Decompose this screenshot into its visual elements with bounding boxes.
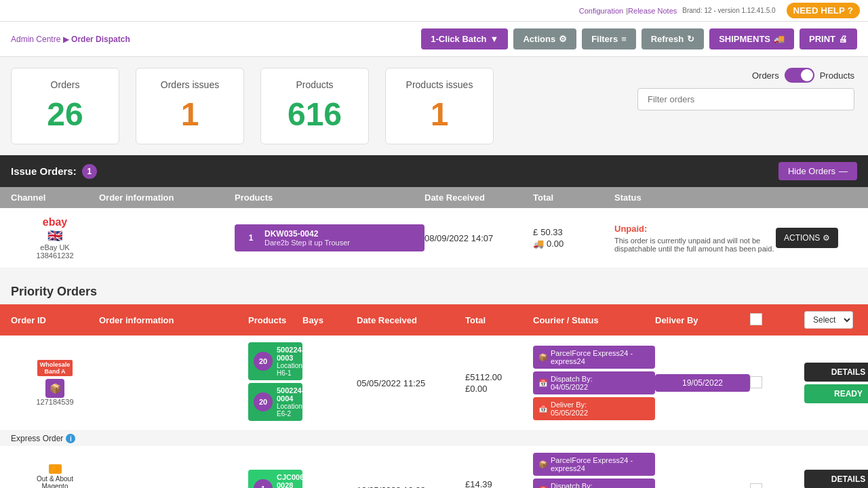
p-check-1 xyxy=(750,376,804,390)
deliver-label-1: Deliver By: xyxy=(551,401,588,409)
print-button[interactable]: PRINT 🖨 xyxy=(800,28,857,49)
actions-button[interactable]: Actions ⚙ xyxy=(513,28,576,49)
breadcrumb-current: Order Dispatch xyxy=(71,35,130,44)
filters-label: Filters xyxy=(591,34,618,44)
orders-issues-stat-card[interactable]: Orders issues 1 xyxy=(136,68,244,144)
p-total-2: £14.39 £0.00 xyxy=(465,479,533,488)
row-checkbox-1[interactable] xyxy=(750,376,762,388)
filters-button[interactable]: Filters ≡ xyxy=(582,28,636,49)
row-checkbox-2[interactable] xyxy=(750,483,762,489)
courier-name-1: ParcelForce Express24 - express24 xyxy=(551,349,650,365)
orders-label: Orders xyxy=(28,79,102,90)
truck-icon2: 🚚 xyxy=(533,239,544,249)
shipments-button[interactable]: SHIPMENTS 🚚 xyxy=(709,28,794,49)
total-amount-2: £14.39 xyxy=(465,479,533,488)
status-title: Unpaid: xyxy=(614,224,776,234)
product-name: Dare2b Step it up Trouser xyxy=(264,239,350,247)
select-dropdown[interactable]: Select xyxy=(804,311,853,329)
products-issues-stat-card[interactable]: Products issues 1 xyxy=(385,68,494,144)
courier-icon-1: 📦 xyxy=(538,353,548,362)
p-col-deliver-by: Deliver By xyxy=(655,315,750,325)
wholesale-logo: WholesaleBand A xyxy=(37,360,73,376)
col-actions xyxy=(776,192,857,203)
hide-orders-label: Hide Orders xyxy=(788,166,835,176)
status-msg: This order is currently unpaid and will … xyxy=(614,237,776,253)
priority-row-1: WholesaleBand A 📦 127184539 20 500224-00… xyxy=(0,336,868,431)
orders-products-toggle[interactable] xyxy=(785,68,814,83)
product-qty: 1 xyxy=(241,228,260,247)
actions-label2: ACTIONS xyxy=(784,233,820,243)
row-actions: ACTIONS ⚙ xyxy=(776,228,857,248)
breadcrumb-separator: ▶ xyxy=(63,35,71,44)
orders-stat-card[interactable]: Orders 26 xyxy=(11,68,119,144)
issue-orders-header: Issue Orders: 1 Hide Orders — xyxy=(0,155,868,187)
1click-batch-button[interactable]: 1-Click Batch ▼ xyxy=(421,28,508,49)
select-all-checkbox[interactable] xyxy=(750,313,762,325)
dispatch-badge-2: 📅 Dispatch By: 09/05/2022 xyxy=(533,479,655,488)
p-col-products: Products xyxy=(248,315,302,325)
ready-button-1[interactable]: READY xyxy=(804,384,868,403)
priority-orders-section: Priority Orders Order ID Order informati… xyxy=(0,279,868,488)
col-date: Date Received xyxy=(425,192,533,203)
details-button-2[interactable]: DETAILS xyxy=(804,470,868,488)
p-col-order-info: Order information xyxy=(99,315,248,325)
calendar-icon-2: 📅 xyxy=(538,486,548,489)
gear-icon2: ⚙ xyxy=(823,233,830,243)
toolbar: Admin Centre ▶ Order Dispatch 1-Click Ba… xyxy=(0,22,868,57)
product-info: 1 DKW035-0042 Dare2b Step it up Trouser xyxy=(235,224,425,251)
channel-id: 138461232 xyxy=(36,251,73,260)
issue-orders-title: Issue Orders: 1 xyxy=(11,164,97,179)
breadcrumb-home[interactable]: Admin Centre xyxy=(11,35,60,44)
priority-orders-title: Priority Orders xyxy=(0,279,868,304)
deliver-date-1: 05/05/2022 xyxy=(551,409,588,417)
issue-orders-section: Issue Orders: 1 Hide Orders — Channel Or… xyxy=(0,155,868,268)
release-notes-link[interactable]: Release Notes xyxy=(628,7,677,15)
config-link[interactable]: Configuration xyxy=(579,7,623,15)
date-value: 08/09/2022 14:07 xyxy=(425,233,533,243)
filter-orders-input[interactable] xyxy=(637,88,854,110)
refresh-button[interactable]: Refresh ↻ xyxy=(642,28,704,49)
products-issues-value: 1 xyxy=(402,96,477,133)
details-button-1[interactable]: DETAILS xyxy=(804,363,868,382)
hide-orders-button[interactable]: Hide Orders — xyxy=(778,162,857,180)
issue-order-row: ebay 🇬🇧 eBay UK 138461232 1 DKW035-0042 … xyxy=(0,208,868,268)
p-btn-col-1: DETAILS READY xyxy=(804,363,868,403)
dispatch-date-1: 04/05/2022 xyxy=(551,383,593,391)
total-amount: 50.33 xyxy=(540,227,563,237)
refresh-label: Refresh xyxy=(651,34,684,44)
col-products: Products xyxy=(235,192,425,203)
qty-2a: 1 xyxy=(254,479,273,488)
calendar-icon-1: 📅 xyxy=(538,379,548,388)
toggle-products-label: Products xyxy=(820,70,854,81)
toggle-row: Orders Products xyxy=(752,68,854,83)
need-help-label: NEED HELP xyxy=(793,5,845,16)
need-help-button[interactable]: NEED HELP ? xyxy=(787,3,860,18)
orders-issues-label: Orders issues xyxy=(153,79,227,90)
shipments-label: SHIPMENTS xyxy=(719,34,770,44)
dispatch-label-1: Dispatch By: xyxy=(551,375,593,383)
gear-icon: ⚙ xyxy=(559,34,567,44)
print-label: PRINT xyxy=(809,34,835,44)
express-label-text: Express Order xyxy=(11,434,63,443)
1click-batch-label: 1-Click Batch xyxy=(431,34,486,44)
actions-label: Actions xyxy=(523,34,555,44)
filter-icon: ≡ xyxy=(621,34,627,44)
p-col-select: Select xyxy=(804,311,868,329)
row-actions-button[interactable]: ACTIONS ⚙ xyxy=(776,228,838,248)
question-icon: ? xyxy=(848,5,853,16)
magento-logo: 🔶 xyxy=(49,464,62,474)
date-received: 08/09/2022 14:07 xyxy=(425,233,533,243)
p-col-order-id: Order ID xyxy=(11,315,99,325)
total-amount-line: £ 50.33 xyxy=(533,227,614,237)
truck-icon: 🚚 xyxy=(774,34,785,44)
product-pill-1b: 20 500224-0004 Location(s): E6-2 xyxy=(248,383,302,421)
products-issues-label: Products issues xyxy=(402,79,477,90)
products-stat-card[interactable]: Products 616 xyxy=(260,68,369,144)
courier-badge-1: 📦 ParcelForce Express24 - express24 xyxy=(533,346,655,369)
print-icon: 🖨 xyxy=(839,34,848,44)
deliver-badge-1: 📅 Deliver By: 05/05/2022 xyxy=(533,397,655,420)
priority-row-2: 🔶 Out & AboutMagento 📍 127659541 1 CJC00… xyxy=(0,446,868,488)
qty-1b: 20 xyxy=(254,392,273,411)
status-info: Unpaid: This order is currently unpaid a… xyxy=(614,224,776,253)
p-btn-col-2: DETAILS PRINTED xyxy=(804,470,868,488)
